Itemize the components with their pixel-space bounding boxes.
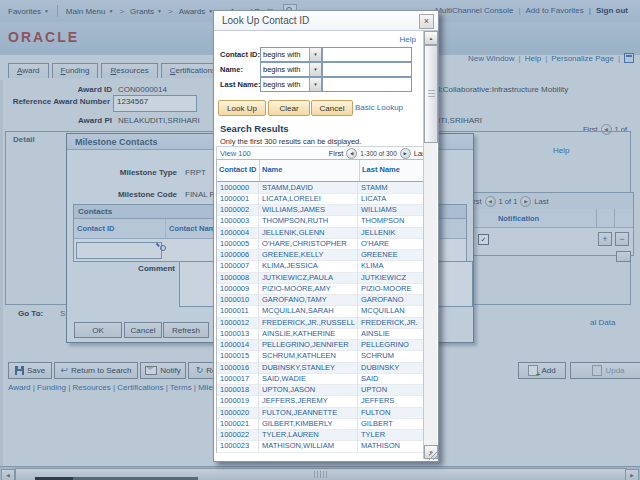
name-operator-select[interactable]: begins with ▼ [260, 62, 322, 77]
last-name-search-input[interactable] [322, 77, 412, 92]
last-name-operator-select[interactable]: begins with ▼ [260, 77, 322, 92]
resize-grip[interactable] [429, 452, 437, 460]
result-row[interactable]: 1000000 STAMM,DAVID STAMM [217, 182, 425, 193]
result-row[interactable]: 1000003 THOMPSON,RUTH THOMPSON [217, 216, 425, 227]
breadcrumb-grants[interactable]: Grants ▼ [130, 7, 162, 16]
result-row[interactable]: 1000012 FREDERICK,JR.,RUSSELL FREDERICK,… [217, 317, 425, 328]
new-window-icon[interactable] [624, 53, 634, 63]
contact-id-search-input[interactable] [322, 47, 412, 62]
sign-out-link[interactable]: Sign out [584, 6, 628, 15]
go-to-link-fragment[interactable]: S [60, 309, 65, 318]
result-row[interactable]: 1000020 FULTON,JEANNETTE FULTON [217, 407, 425, 418]
new-window-link[interactable]: New Window [468, 54, 515, 63]
result-row[interactable]: 1000010 GAROFANO,TAMY GAROFANO [217, 295, 425, 306]
ok-button[interactable]: OK [74, 322, 122, 338]
clear-button[interactable]: Clear [268, 100, 310, 116]
result-row[interactable]: 1000004 JELLENIK,GLENN JELLENIK [217, 227, 425, 238]
cancel-lookup-button[interactable]: Cancel [311, 100, 353, 116]
result-row[interactable]: 1000022 TYLER,LAUREN TYLER [217, 430, 425, 441]
award-id-value: CON0000014 [118, 85, 167, 94]
paging-prev-icon[interactable]: ◀ [346, 148, 357, 159]
multichannel-console-link[interactable]: MultiChannel Console [435, 6, 513, 15]
main-menu[interactable]: Main Menu ▼ [66, 7, 114, 16]
contact-id-field-label: Contact ID: [220, 50, 260, 59]
modal-vertical-scrollbar[interactable]: ▲ ▼ [423, 31, 437, 459]
name-search-input[interactable] [322, 62, 412, 77]
paging-next-icon[interactable]: ▶ [400, 148, 411, 159]
help-link[interactable]: Help [515, 54, 542, 63]
paging-last[interactable]: Last [534, 197, 548, 206]
refresh-icon: ↻ [196, 366, 204, 375]
view-100-link[interactable]: View 100 [220, 149, 251, 158]
cancel-button[interactable]: Cancel [124, 322, 162, 338]
supplemental-data-link-fragment[interactable]: al Data [590, 318, 615, 327]
result-row[interactable]: 1000021 GILBERT,KIMBERLY GILBERT [217, 418, 425, 429]
scroll-right-icon[interactable]: ▶ [625, 469, 639, 480]
lookup-help-link[interactable]: Help [400, 35, 416, 44]
refresh-button[interactable]: Refresh [163, 322, 209, 338]
paging-count: 1 of 1 [499, 197, 518, 206]
result-row[interactable]: 1000015 SCHRUM,KATHLEEN SCHRUM [217, 351, 425, 362]
result-row[interactable]: 1000014 PELLEGRINO,JENNIFER PELLEGRINO [217, 340, 425, 351]
paging-next-icon[interactable]: ▶ [520, 196, 531, 207]
tab-resources[interactable]: Resources [101, 63, 157, 78]
result-row[interactable]: 1000013 AINSLIE,KATHERINE AINSLIE [217, 328, 425, 339]
chevron-down-icon: ▼ [309, 48, 321, 61]
award-pi-fragment: ITI,SRIHARI [438, 116, 482, 125]
expand-icon[interactable] [616, 251, 631, 262]
result-contact-id-link[interactable]: 1000023 [217, 440, 259, 452]
save-button[interactable]: Save [8, 362, 52, 379]
add-to-favorites-link[interactable]: Add to Favorites [513, 6, 583, 15]
result-row[interactable]: 1000018 UPTON,JASON UPTON [217, 385, 425, 396]
favorites-menu[interactable]: Favorites ▼ [8, 7, 49, 16]
results-table: Contact ID Name Last Name 1000000 STAMM,… [216, 159, 426, 453]
reference-award-number-input[interactable]: 1234567 [113, 95, 197, 112]
award-pi-value: NELAKUDITI,SRIHARI [118, 116, 200, 125]
paging-first[interactable]: First [329, 149, 344, 158]
name-column-header: Name [260, 160, 360, 181]
result-row[interactable]: 1000001 LICATA,LORELEI LICATA [217, 193, 425, 204]
notify-button[interactable]: Notify [140, 362, 186, 379]
award-id-label: Award ID [20, 85, 112, 94]
contact-id-operator-select[interactable]: begins with ▼ [260, 47, 322, 62]
paging-range: 1-300 of 300 [360, 150, 397, 157]
result-row[interactable]: 1000017 SAID,WADIE SAID [217, 373, 425, 384]
contact-id-input[interactable] [76, 242, 162, 259]
return-to-search-button[interactable]: ↩ Return to Search [54, 362, 138, 379]
scrollbar-thumb[interactable] [424, 45, 438, 143]
result-row[interactable]: 1000008 JUTKIEWICZ,PAULA JUTKIEWICZ [217, 272, 425, 283]
award-pi-label: Award PI [20, 116, 112, 125]
divider [57, 5, 58, 17]
breadcrumb-awards[interactable]: Awards ▼ [179, 7, 213, 16]
tab-funding[interactable]: Funding [52, 63, 99, 78]
result-row[interactable]: 1000011 MCQUILLAN,SARAH MCQUILLAN [217, 306, 425, 317]
update-display-button[interactable]: Upda [570, 362, 640, 379]
paging-prev-icon[interactable]: ◀ [485, 196, 496, 207]
close-icon[interactable]: × [419, 14, 434, 29]
contact-id-column-header: Contact ID [217, 160, 260, 181]
remove-row-button[interactable]: − [615, 232, 629, 246]
personalize-page-link[interactable]: Personalize Page [541, 54, 614, 63]
add-row-button[interactable]: + [598, 232, 612, 246]
scroll-up-icon[interactable]: ▲ [424, 31, 438, 45]
basic-lookup-link[interactable]: Basic Lookup [355, 103, 403, 112]
result-row[interactable]: 1000019 JEFFERS,JEREMY JEFFERS [217, 396, 425, 407]
result-name-link[interactable]: MATHISON,WILLIAM [259, 440, 358, 452]
notification-checkbox[interactable]: ✓ [478, 234, 489, 245]
scroll-left-icon[interactable]: ◀ [1, 469, 15, 480]
result-row[interactable]: 1000007 KLIMA,JESSICA KLIMA [217, 261, 425, 272]
result-row[interactable]: 1000009 PIZIO-MOORE,AMY PIZIO-MOORE [217, 283, 425, 294]
notify-icon [145, 366, 157, 375]
result-row[interactable]: 1000016 DUBINSKY,STANLEY DUBINSKY [217, 362, 425, 373]
result-row[interactable]: 1000006 GREENEE,KELLY GREENEE [217, 250, 425, 261]
result-row[interactable]: 1000002 WILLIAMS,JAMES WILLIAMS [217, 205, 425, 216]
comment-label: Comment [87, 264, 175, 273]
add-button[interactable]: Add [518, 362, 566, 379]
page-utility-links: New Window Help Personalize Page [468, 53, 634, 63]
look-up-button[interactable]: Look Up [218, 100, 266, 116]
tab-award[interactable]: Award [8, 63, 49, 78]
result-row[interactable]: 1000023 MATHISON,WILLIAM MATHISON [217, 441, 425, 452]
section-help-link[interactable]: Help [553, 146, 569, 155]
oracle-logo: ORACLE [8, 29, 79, 45]
result-row[interactable]: 1000005 O'HARE,CHRISTOPHER O'HARE [217, 238, 425, 249]
